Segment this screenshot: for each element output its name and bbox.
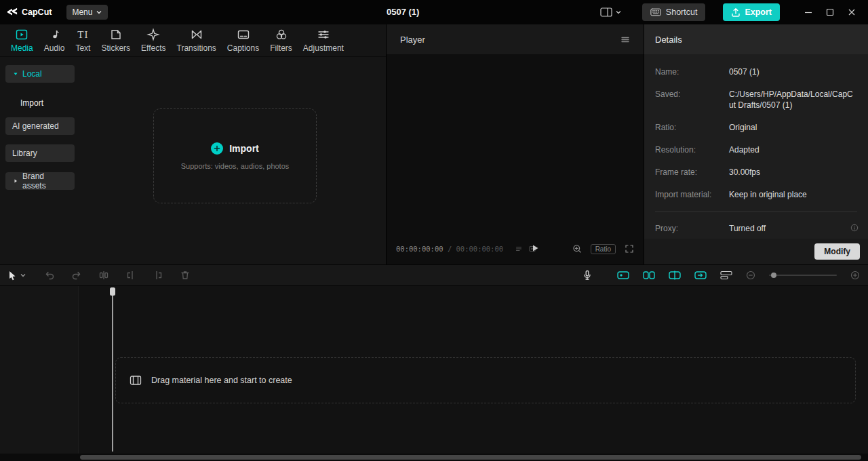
chevron-down-icon	[96, 9, 102, 16]
tab-stickers[interactable]: Stickers	[96, 28, 136, 53]
tab-label: Filters	[270, 43, 292, 53]
playhead-handle[interactable]	[110, 287, 115, 296]
stacked-lines-icon-1[interactable]	[515, 245, 522, 252]
horizontal-scrollbar[interactable]	[80, 455, 861, 460]
track-height-icon[interactable]	[720, 269, 732, 281]
timeline-toolbar	[0, 264, 868, 286]
sidebar-item-local[interactable]: Local	[5, 65, 75, 83]
sidebar-item-ai-generated[interactable]: AI generated	[5, 117, 75, 135]
play-button[interactable]	[530, 243, 540, 253]
shortcut-button[interactable]: Shortcut	[642, 3, 706, 21]
detail-row-import-material: Import material: Keep in original place	[655, 189, 857, 200]
undo-icon[interactable]	[44, 270, 55, 281]
delete-right-icon[interactable]	[153, 270, 163, 281]
details-footer: Modify	[644, 239, 868, 264]
media-tabbar: Media Audio TI Text Stickers	[0, 24, 386, 57]
timecode: 00:00:00:00 / 00:00:00:00	[396, 245, 503, 253]
import-dropzone-subtitle: Supports: videos, audios, photos	[181, 162, 290, 170]
tab-filters[interactable]: Filters	[264, 28, 298, 53]
sidebar-item-library[interactable]: Library	[5, 144, 75, 162]
select-tool[interactable]	[7, 270, 26, 281]
import-dropzone[interactable]: Import Supports: videos, audios, photos	[153, 108, 317, 203]
main-panels: Media Audio TI Text Stickers	[0, 24, 868, 264]
ratio-badge[interactable]: Ratio	[591, 244, 616, 254]
capcut-logo-icon	[7, 7, 18, 18]
export-button[interactable]: Export	[723, 3, 780, 21]
caret-down-icon	[12, 71, 19, 77]
media-panel: Media Audio TI Text Stickers	[0, 24, 387, 264]
chevron-down-icon	[20, 272, 26, 279]
detail-value: 0507 (1)	[729, 66, 857, 77]
detail-value: Adapted	[729, 144, 857, 155]
split-icon[interactable]	[98, 270, 109, 281]
main-track-magnet-icon[interactable]	[617, 269, 629, 281]
zoom-out-icon[interactable]	[746, 270, 755, 280]
delete-left-icon[interactable]	[125, 270, 136, 281]
capcut-logo: CapCut	[7, 7, 52, 18]
detail-row-proxy: Proxy: Turned off	[655, 223, 857, 234]
minimize-button[interactable]	[804, 8, 812, 16]
timeline-zoom-slider-handle[interactable]	[771, 273, 776, 278]
toolbar-left	[0, 270, 191, 281]
tab-captions[interactable]: Captions	[222, 28, 264, 53]
tab-audio[interactable]: Audio	[39, 28, 71, 53]
timecode-separator: /	[448, 245, 452, 253]
detail-value: Turned off	[729, 223, 842, 234]
shortcut-button-label: Shortcut	[666, 7, 698, 17]
timeline-zoom-slider[interactable]	[769, 275, 837, 276]
film-icon	[130, 374, 142, 386]
details-divider	[655, 212, 857, 212]
details-title: Details	[655, 35, 682, 45]
sidebar-item-label: Local	[22, 69, 42, 79]
delete-icon[interactable]	[180, 270, 191, 281]
tab-label: Text	[75, 43, 90, 53]
sidebar-item-import[interactable]: Import	[5, 94, 75, 112]
zoom-in-icon[interactable]	[850, 270, 860, 280]
modify-button[interactable]: Modify	[814, 243, 860, 260]
sticker-icon	[109, 28, 123, 41]
fullscreen-icon[interactable]	[625, 244, 634, 254]
record-voiceover-icon[interactable]	[582, 270, 593, 281]
chevron-down-icon	[615, 9, 622, 16]
tab-adjustment[interactable]: Adjustment	[298, 28, 349, 53]
close-button[interactable]	[848, 8, 856, 16]
detail-value: Original	[729, 122, 857, 133]
linkage-icon[interactable]	[643, 269, 655, 281]
detail-row-ratio: Ratio: Original	[655, 122, 857, 133]
tab-label: Transitions	[177, 43, 216, 53]
details-body: Name: 0507 (1) Saved: C:/Users/HP/AppDat…	[644, 54, 868, 234]
tab-text[interactable]: TI Text	[70, 28, 96, 53]
tab-effects[interactable]: Effects	[136, 28, 171, 53]
tab-transitions[interactable]: Transitions	[172, 28, 222, 53]
export-button-label: Export	[745, 7, 772, 17]
player-header: Player	[387, 24, 644, 54]
import-dropzone-row: Import	[211, 142, 259, 155]
detail-label: Name:	[655, 66, 729, 77]
preview-zoom-icon[interactable]	[572, 244, 582, 254]
sidebar-item-brand-assets[interactable]: Brand assets	[5, 172, 75, 190]
detail-row-frame-rate: Frame rate: 30.00fps	[655, 167, 857, 178]
timecode-total: 00:00:00:00	[456, 245, 504, 253]
import-dropzone-title: Import	[229, 143, 259, 154]
sparkle-icon	[146, 28, 160, 41]
menu-button[interactable]: Menu	[66, 5, 108, 20]
preview-axis-icon[interactable]	[669, 269, 681, 281]
player-title: Player	[400, 35, 425, 45]
tab-label: Captions	[227, 43, 259, 53]
capcut-window: CapCut Menu 0507 (1) Shortcut	[0, 0, 868, 461]
maximize-button[interactable]	[826, 8, 834, 16]
tab-label: Adjustment	[303, 43, 344, 53]
details-header: Details	[644, 24, 868, 54]
tab-label: Effects	[141, 43, 165, 53]
tab-label: Stickers	[101, 43, 130, 53]
redo-icon[interactable]	[71, 270, 82, 281]
layout-panels-control[interactable]	[600, 6, 622, 18]
timeline-drop-hint[interactable]: Drag material here and start to create	[115, 357, 856, 403]
info-icon[interactable]	[850, 224, 859, 232]
hamburger-menu-icon[interactable]	[620, 35, 630, 44]
tab-media[interactable]: Media	[5, 28, 39, 53]
detail-row-resolution: Resolution: Adapted	[655, 144, 857, 155]
timeline[interactable]: Drag material here and start to create	[0, 286, 868, 461]
detail-label: Frame rate:	[655, 167, 729, 178]
auto-pack-icon[interactable]	[694, 269, 707, 281]
